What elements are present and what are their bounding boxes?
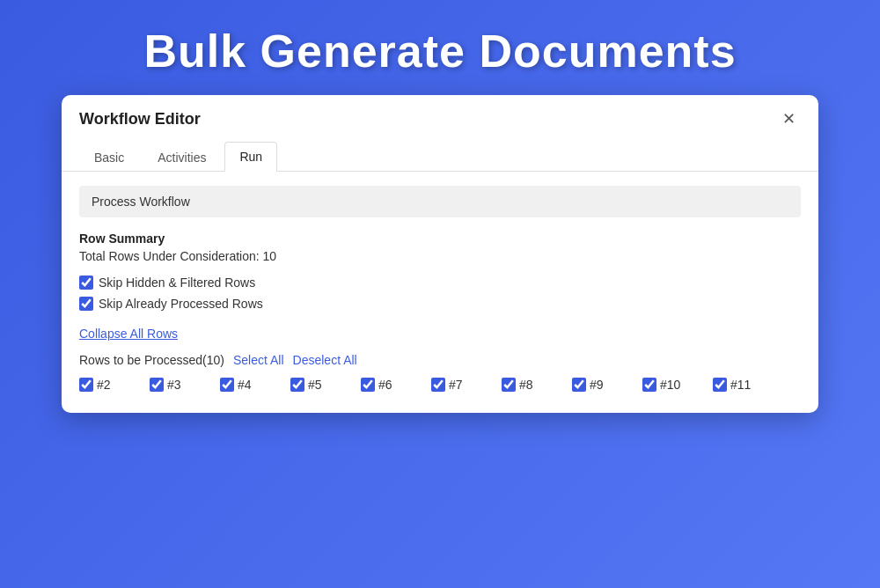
row-checkbox-label-row7: #7 (449, 378, 463, 392)
row-checkbox-item-row3[interactable]: #3 (150, 378, 220, 392)
row-checkbox-label-row6: #6 (378, 378, 392, 392)
rows-to-process-label: Rows to be Processed(10) (79, 353, 224, 367)
select-all-link[interactable]: Select All (233, 353, 284, 367)
row-checkbox-label-row5: #5 (308, 378, 322, 392)
row-summary-title: Row Summary (79, 232, 801, 246)
page-title: Bulk Generate Documents (143, 25, 736, 77)
row-checkbox-item-row10[interactable]: #10 (642, 378, 713, 392)
row-checkbox-label-row4: #4 (238, 378, 252, 392)
row-checkbox-item-row8[interactable]: #8 (502, 378, 572, 392)
tabs-bar: Basic Activities Run (62, 132, 818, 172)
collapse-all-rows-button[interactable]: Collapse All Rows (79, 327, 178, 341)
skip-hidden-checkbox-label[interactable]: Skip Hidden & Filtered Rows (79, 276, 801, 290)
tab-activities[interactable]: Activities (143, 142, 221, 172)
row-checkbox-item-row5[interactable]: #5 (290, 378, 361, 392)
skip-hidden-label: Skip Hidden & Filtered Rows (99, 276, 255, 290)
row-checkbox-item-row11[interactable]: #11 (713, 378, 783, 392)
row-checkbox-label-row3: #3 (167, 378, 181, 392)
row-checkbox-row8[interactable] (502, 378, 516, 392)
row-checkbox-item-row6[interactable]: #6 (361, 378, 431, 392)
row-checkbox-row5[interactable] (290, 378, 304, 392)
row-checkbox-row7[interactable] (431, 378, 445, 392)
row-checkbox-row3[interactable] (150, 378, 164, 392)
row-checkbox-row9[interactable] (572, 378, 586, 392)
row-checkbox-row10[interactable] (642, 378, 656, 392)
modal: Workflow Editor ✕ Basic Activities Run P… (62, 95, 818, 413)
row-checkbox-label-row10: #10 (660, 378, 680, 392)
row-checkbox-item-row4[interactable]: #4 (220, 378, 290, 392)
skip-processed-checkbox[interactable] (79, 297, 93, 311)
row-checkbox-row4[interactable] (220, 378, 234, 392)
row-checkbox-item-row2[interactable]: #2 (79, 378, 150, 392)
skip-hidden-checkbox[interactable] (79, 276, 93, 290)
row-checkbox-label-row8: #8 (519, 378, 533, 392)
modal-body: Process Workflow Row Summary Total Rows … (62, 172, 818, 413)
tab-basic[interactable]: Basic (79, 142, 139, 172)
modal-title: Workflow Editor (79, 110, 201, 129)
tab-run[interactable]: Run (224, 142, 277, 172)
row-checkbox-label-row2: #2 (97, 378, 111, 392)
row-summary-text: Total Rows Under Consideration: 10 (79, 249, 801, 263)
row-checkbox-item-row9[interactable]: #9 (572, 378, 642, 392)
row-checkbox-row6[interactable] (361, 378, 375, 392)
rows-to-process-line: Rows to be Processed(10) Select All Dese… (79, 353, 801, 367)
row-checkbox-item-row7[interactable]: #7 (431, 378, 502, 392)
row-checkboxes-grid: #2#3#4#5#6#7#8#9#10#11 (79, 378, 801, 392)
row-checkbox-row2[interactable] (79, 378, 93, 392)
row-checkbox-row11[interactable] (713, 378, 727, 392)
row-checkbox-label-row11: #11 (730, 378, 751, 392)
section-header: Process Workflow (79, 186, 801, 217)
row-checkbox-label-row9: #9 (590, 378, 604, 392)
skip-processed-label: Skip Already Processed Rows (99, 297, 263, 311)
deselect-all-link[interactable]: Deselect All (293, 353, 357, 367)
skip-processed-checkbox-label[interactable]: Skip Already Processed Rows (79, 297, 801, 311)
modal-header: Workflow Editor ✕ (62, 95, 818, 129)
close-button[interactable]: ✕ (777, 109, 801, 129)
